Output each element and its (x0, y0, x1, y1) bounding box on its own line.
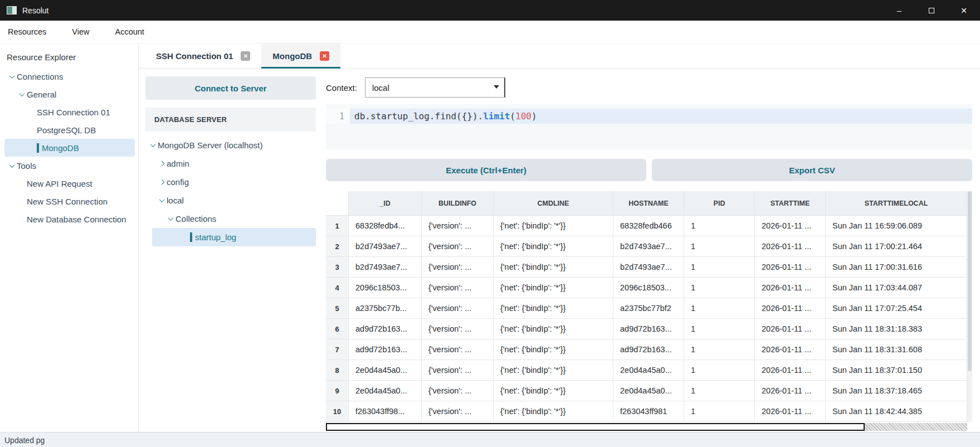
horizontal-scrollbar[interactable] (326, 423, 967, 431)
table-cell-starttime[interactable]: 2026-01-11 ... (755, 381, 826, 401)
db-tree-item-local[interactable]: local (147, 191, 316, 210)
column-header-buildinfo[interactable]: BUILDINFO (422, 191, 494, 216)
table-cell-pid[interactable]: 1 (684, 381, 755, 401)
sidebar-item-mongodb[interactable]: MongoDB (4, 139, 135, 157)
chevron-down-icon[interactable] (157, 198, 167, 202)
table-cell-starttime[interactable]: 2026-01-11 ... (755, 278, 826, 298)
query-editor[interactable]: 1 db.startup_log.find({}).limit(100) (326, 104, 972, 150)
minimize-button[interactable]: – (883, 0, 915, 21)
table-cell-id[interactable]: ad9d72b163... (349, 339, 422, 360)
chevron-down-icon[interactable] (17, 93, 27, 96)
table-cell-buildinfo[interactable]: {'version': ... (422, 319, 494, 339)
close-button[interactable]: ✕ (948, 0, 980, 21)
db-tree-item-startup-log[interactable]: startup_log (152, 228, 316, 246)
column-header-id[interactable]: _ID (349, 191, 422, 216)
vertical-scrollbar[interactable] (967, 191, 972, 422)
table-cell-starttime[interactable]: 2026-01-11 ... (755, 216, 826, 236)
chevron-right-icon[interactable] (157, 180, 167, 184)
menu-view[interactable]: View (72, 27, 89, 36)
tab-ssh-connection-01[interactable]: SSH Connection 01 ✕ (145, 43, 261, 68)
table-cell-id[interactable]: b2d7493ae7... (349, 257, 422, 278)
table-cell-buildinfo[interactable]: {'version': ... (422, 381, 494, 401)
menu-resources[interactable]: Resources (8, 27, 46, 36)
table-cell-id[interactable]: 68328fedb4... (349, 216, 422, 236)
table-cell-buildinfo[interactable]: {'version': ... (422, 278, 494, 298)
export-csv-button[interactable]: Export CSV (652, 159, 972, 181)
table-cell-buildinfo[interactable]: {'version': ... (422, 339, 494, 360)
table-cell-cmdline[interactable]: {'net': {'bindIp': '*'}} (494, 381, 613, 401)
context-dropdown[interactable]: local (365, 77, 505, 98)
chevron-right-icon[interactable] (157, 162, 167, 166)
table-cell-hostname[interactable]: 68328fedb466 (613, 216, 684, 236)
column-header-starttimelocal[interactable]: STARTTIMELOCAL (826, 191, 967, 216)
table-cell-id[interactable]: 2096c18503... (349, 278, 422, 298)
table-cell-id[interactable]: a2375bc77b... (349, 298, 422, 319)
table-cell-starttime[interactable]: 2026-01-11 ... (755, 401, 826, 422)
table-cell-hostname[interactable]: b2d7493ae7... (613, 257, 684, 278)
db-tree-item-collections[interactable]: Collections (147, 210, 316, 228)
horizontal-scrollbar-thumb[interactable] (326, 423, 865, 431)
sidebar-item-tools[interactable]: Tools (4, 157, 135, 174)
table-cell-buildinfo[interactable]: {'version': ... (422, 298, 494, 319)
table-cell-id[interactable]: 2e0d4a45a0... (349, 360, 422, 381)
column-header-cmdline[interactable]: CMDLINE (494, 191, 613, 216)
table-cell-pid[interactable]: 1 (684, 216, 755, 236)
table-cell-buildinfo[interactable]: {'version': ... (422, 401, 494, 422)
table-cell-starttimelocal[interactable]: Sun Jan 11 18:37:01.150 (826, 360, 967, 381)
db-tree-item-config[interactable]: config (147, 173, 316, 191)
table-cell-hostname[interactable]: 2e0d4a45a0... (613, 360, 684, 381)
maximize-button[interactable] (915, 0, 948, 21)
table-cell-pid[interactable]: 1 (684, 236, 755, 257)
table-cell-cmdline[interactable]: {'net': {'bindIp': '*'}} (494, 278, 613, 298)
table-cell-id[interactable]: b2d7493ae7... (349, 236, 422, 257)
table-cell-buildinfo[interactable]: {'version': ... (422, 360, 494, 381)
tab-close-icon[interactable]: ✕ (320, 51, 329, 61)
tab-close-icon[interactable]: ✕ (241, 51, 250, 61)
chevron-down-icon[interactable] (148, 143, 158, 147)
table-cell-buildinfo[interactable]: {'version': ... (422, 216, 494, 236)
table-cell-starttime[interactable]: 2026-01-11 ... (755, 319, 826, 339)
table-cell-cmdline[interactable]: {'net': {'bindIp': '*'}} (494, 360, 613, 381)
chevron-down-icon[interactable] (7, 75, 17, 79)
connect-to-server-button[interactable]: Connect to Server (145, 76, 316, 100)
table-cell-id[interactable]: 2e0d4a45a0... (349, 381, 422, 401)
tab-mongodb[interactable]: MongoDB ✕ (261, 43, 340, 68)
chevron-down-icon[interactable] (7, 164, 17, 168)
table-cell-id[interactable]: ad9d72b163... (349, 319, 422, 339)
table-cell-hostname[interactable]: b2d7493ae7... (613, 236, 684, 257)
table-cell-cmdline[interactable]: {'net': {'bindIp': '*'}} (494, 401, 613, 422)
execute-button[interactable]: Execute (Ctrl+Enter) (326, 159, 646, 181)
table-cell-starttime[interactable]: 2026-01-11 ... (755, 298, 826, 319)
table-cell-starttime[interactable]: 2026-01-11 ... (755, 236, 826, 257)
sidebar-item-ssh-connection-01[interactable]: SSH Connection 01 (4, 103, 135, 121)
table-cell-starttimelocal[interactable]: Sun Jan 11 17:00:21.464 (826, 236, 967, 257)
menu-account[interactable]: Account (115, 27, 144, 36)
table-cell-cmdline[interactable]: {'net': {'bindIp': '*'}} (494, 216, 613, 236)
table-cell-hostname[interactable]: ad9d72b163... (613, 339, 684, 360)
table-cell-hostname[interactable]: 2e0d4a45a0... (613, 381, 684, 401)
sidebar-item-new-ssh-connection[interactable]: New SSH Connection (4, 192, 135, 210)
table-cell-cmdline[interactable]: {'net': {'bindIp': '*'}} (494, 298, 613, 319)
sidebar-item-new-api-request[interactable]: New API Request (4, 174, 135, 192)
sidebar-item-new-database-connection[interactable]: New Database Connection (4, 210, 135, 228)
column-header-pid[interactable]: PID (684, 191, 755, 216)
table-cell-starttime[interactable]: 2026-01-11 ... (755, 257, 826, 278)
vertical-scrollbar-thumb[interactable] (968, 191, 972, 371)
table-cell-hostname[interactable]: a2375bc77bf2 (613, 298, 684, 319)
table-cell-cmdline[interactable]: {'net': {'bindIp': '*'}} (494, 319, 613, 339)
table-cell-starttimelocal[interactable]: Sun Jan 11 18:31:18.383 (826, 319, 967, 339)
table-cell-starttimelocal[interactable]: Sun Jan 11 17:03:44.087 (826, 278, 967, 298)
table-cell-starttime[interactable]: 2026-01-11 ... (755, 360, 826, 381)
table-cell-starttimelocal[interactable]: Sun Jan 11 16:59:06.089 (826, 216, 967, 236)
table-cell-cmdline[interactable]: {'net': {'bindIp': '*'}} (494, 339, 613, 360)
table-cell-hostname[interactable]: f263043ff981 (613, 401, 684, 422)
table-cell-starttime[interactable]: 2026-01-11 ... (755, 339, 826, 360)
table-cell-buildinfo[interactable]: {'version': ... (422, 257, 494, 278)
table-cell-cmdline[interactable]: {'net': {'bindIp': '*'}} (494, 257, 613, 278)
table-cell-starttimelocal[interactable]: Sun Jan 11 18:37:18.465 (826, 381, 967, 401)
table-cell-id[interactable]: f263043ff98... (349, 401, 422, 422)
table-cell-buildinfo[interactable]: {'version': ... (422, 236, 494, 257)
query-code[interactable]: db.startup_log.find({}).limit(100) (350, 109, 972, 124)
sidebar-item-general[interactable]: General (4, 85, 135, 103)
column-header-starttime[interactable]: STARTTIME (755, 191, 826, 216)
